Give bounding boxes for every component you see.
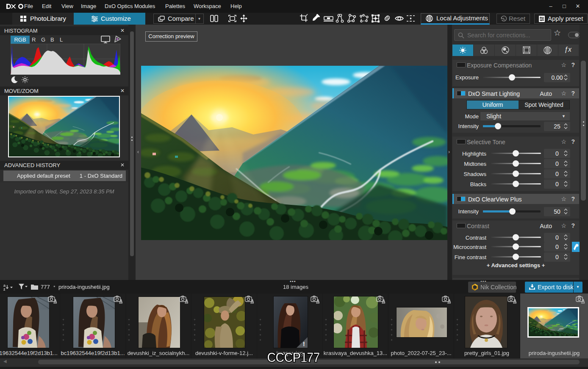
svg-text:z: z bbox=[3, 287, 6, 291]
svg-text:!: ! bbox=[303, 341, 305, 347]
